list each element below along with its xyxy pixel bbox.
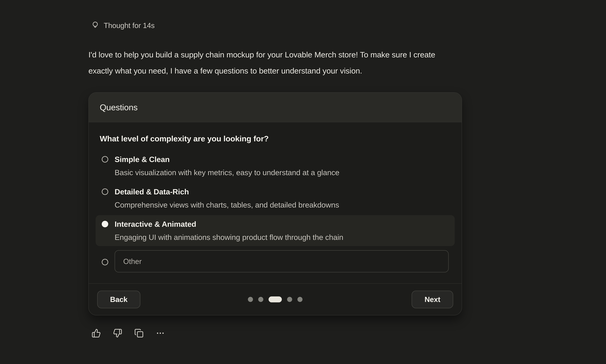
thumbs-up-button[interactable] [92,328,101,338]
option-detailed-data-rich[interactable]: Detailed & Data-Rich Comprehensive views… [96,183,455,214]
ellipsis-icon [156,336,165,338]
questions-card: Questions What level of complexity are y… [88,92,462,315]
pagination-dot [287,297,292,302]
message-line: exactly what you need, I have a few ques… [88,63,550,79]
other-input[interactable] [115,250,449,273]
copy-button[interactable] [134,328,144,338]
radio-icon[interactable] [102,259,108,265]
message-text: I'd love to help you build a supply chai… [88,47,550,79]
next-button[interactable]: Next [412,291,453,308]
option-description: Engaging UI with animations showing prod… [115,233,343,242]
thumbs-down-icon [113,336,122,338]
pagination-dots [248,297,302,302]
option-other[interactable] [96,250,455,273]
thumbs-down-button[interactable] [113,328,122,338]
pagination-dot-active [269,297,282,302]
more-options-button[interactable] [156,328,165,338]
message-line: I'd love to help you build a supply chai… [88,47,550,63]
option-label: Interactive & Animated [115,219,343,229]
option-description: Basic visualization with key metrics, ea… [115,168,339,177]
radio-icon[interactable] [102,188,108,195]
option-description: Comprehensive views with charts, tables,… [115,200,339,209]
radio-icon[interactable] [102,221,108,227]
thought-summary[interactable]: Thought for 14s [91,21,550,30]
option-label: Detailed & Data-Rich [115,187,339,196]
lightbulb-icon [91,21,99,30]
assistant-message: Thought for 14s I'd love to help you bui… [88,21,550,338]
option-interactive-animated[interactable]: Interactive & Animated Engaging UI with … [96,215,455,246]
radio-icon[interactable] [102,156,108,163]
options-list: Simple & Clean Basic visualization with … [100,150,451,273]
card-title: Questions [100,103,137,112]
copy-icon [134,336,144,338]
option-simple-clean[interactable]: Simple & Clean Basic visualization with … [96,150,455,181]
back-button[interactable]: Back [97,291,140,308]
pagination-dot [258,297,263,302]
thumbs-up-icon [92,336,101,338]
question-text: What level of complexity are you looking… [100,134,451,143]
pagination-dot [248,297,253,302]
thought-label: Thought for 14s [104,21,155,30]
questions-card-body: What level of complexity are you looking… [89,122,462,284]
pagination-dot [297,297,302,302]
message-actions [92,328,550,338]
questions-card-header: Questions [89,92,462,122]
questions-card-footer: Back Next [89,284,462,315]
option-label: Simple & Clean [115,155,339,164]
